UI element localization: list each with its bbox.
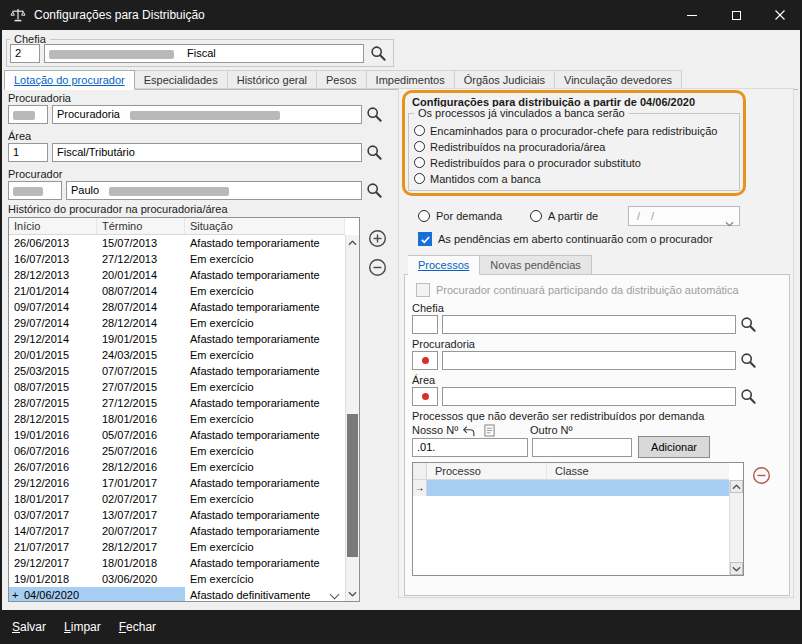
right-area-field[interactable] xyxy=(442,387,736,406)
close-button[interactable] xyxy=(758,0,802,30)
procurador-search-icon[interactable] xyxy=(366,182,383,199)
main-tab[interactable]: Pesos xyxy=(317,70,367,89)
history-row[interactable]: 26/07/2016 28/12/2016 Em exercício xyxy=(9,459,345,475)
right-area-search-icon[interactable] xyxy=(740,388,757,405)
process-table: Processo Classe → xyxy=(412,462,744,576)
footer-button[interactable]: Salvar xyxy=(12,620,46,634)
procurador-label: Procurador xyxy=(8,168,62,180)
right-procuradoria-search-icon[interactable] xyxy=(740,352,757,369)
radio-option[interactable]: Mantidos com a banca xyxy=(414,172,717,185)
current-row-arrow-icon: → xyxy=(413,480,427,496)
main-tab[interactable]: Lotação do procurador xyxy=(4,70,135,90)
area-name-field[interactable]: Fiscal/Tributário xyxy=(52,143,362,162)
area-search-icon[interactable] xyxy=(366,144,383,161)
remove-process-button[interactable] xyxy=(752,466,771,485)
main-tab[interactable]: Vinculação devedores xyxy=(555,70,682,89)
footer-button[interactable]: Fechar xyxy=(119,620,156,634)
start-date-combobox[interactable]: / / xyxy=(628,206,740,226)
procuradoria-code-field[interactable] xyxy=(8,105,48,124)
right-chefia-field[interactable] xyxy=(442,315,736,334)
history-row[interactable]: 20/01/2015 24/03/2015 Em exercício xyxy=(9,347,345,363)
history-row[interactable]: 26/06/2013 15/07/2013 Afastado temporari… xyxy=(9,235,345,251)
history-row[interactable]: 19/01/2018 03/06/2020 Em exercício xyxy=(9,571,345,587)
history-row[interactable]: 28/12/2013 20/01/2014 Afastado temporari… xyxy=(9,267,345,283)
history-row[interactable]: 04/06/2020 Afastado definitivamente xyxy=(9,587,345,601)
history-row[interactable]: 28/07/2015 27/12/2015 Afastado temporari… xyxy=(9,395,345,411)
sub-tab[interactable]: Novas pendências xyxy=(480,255,592,275)
history-row[interactable]: 21/01/2014 08/07/2014 Em exercício xyxy=(9,283,345,299)
por-demanda-radio[interactable]: Por demanda xyxy=(418,208,502,224)
chefia-search-icon[interactable] xyxy=(370,45,387,62)
chefia-code-field[interactable]: 2 xyxy=(10,44,40,63)
procuradoria-name-field[interactable]: Procuradoria xyxy=(52,105,362,124)
close-icon xyxy=(775,10,785,20)
maximize-button[interactable] xyxy=(714,0,758,30)
history-row[interactable]: 19/01/2016 05/07/2016 Afastado temporari… xyxy=(9,427,345,443)
chefia-name-field[interactable]: Fiscal xyxy=(44,44,364,63)
nosso-no-field[interactable]: .01. xyxy=(412,438,528,457)
pendencias-checkbox[interactable]: As pendências em aberto continuarão com … xyxy=(418,231,713,247)
maximize-icon xyxy=(732,11,741,20)
right-procuradoria-code-field[interactable] xyxy=(412,351,438,370)
outro-no-field[interactable] xyxy=(532,438,632,457)
required-dot-icon xyxy=(422,357,429,364)
process-scrollbar[interactable] xyxy=(729,480,743,575)
scroll-down-icon[interactable] xyxy=(730,562,743,575)
footer-button[interactable]: Limpar xyxy=(64,620,101,634)
history-row[interactable]: 06/07/2016 25/07/2016 Em exercício xyxy=(9,443,345,459)
history-row[interactable]: 25/03/2015 07/07/2015 Afastado temporari… xyxy=(9,363,345,379)
radio-option[interactable]: Redistribuídos na procuradoria/área xyxy=(414,140,717,153)
right-procuradoria-field[interactable] xyxy=(442,351,736,370)
undo-arrow-icon[interactable] xyxy=(462,424,476,437)
adicionar-button[interactable]: Adicionar xyxy=(638,436,710,458)
chevron-down-icon xyxy=(725,214,734,220)
column-header-processo[interactable]: Processo xyxy=(427,463,547,479)
column-header-situacao[interactable]: Situação xyxy=(185,218,345,234)
history-row[interactable]: 16/07/2013 27/12/2013 Em exercício xyxy=(9,251,345,267)
history-row[interactable]: 08/07/2015 27/07/2015 Em exercício xyxy=(9,379,345,395)
history-row[interactable]: 29/12/2014 19/01/2015 Afastado temporari… xyxy=(9,331,345,347)
history-row[interactable]: 21/07/2017 28/12/2017 Em exercício xyxy=(9,539,345,555)
radio-option[interactable]: Encaminhados para o procurador-chefe par… xyxy=(414,124,717,137)
banca-group-legend: Os processos já vinculados a banca serão xyxy=(414,107,629,119)
main-tab[interactable]: Impedimentos xyxy=(367,70,455,89)
add-history-row-button[interactable] xyxy=(368,229,387,248)
sub-tab[interactable]: Processos xyxy=(408,255,480,275)
right-area-label: Área xyxy=(412,374,435,386)
procuradoria-search-icon[interactable] xyxy=(366,106,383,123)
process-row[interactable]: → xyxy=(413,480,729,496)
history-row[interactable]: 03/07/2017 13/07/2017 Afastado temporari… xyxy=(9,507,345,523)
area-code-field[interactable]: 1 xyxy=(8,143,48,162)
right-chefia-code-field[interactable] xyxy=(412,315,438,334)
minimize-button[interactable] xyxy=(670,0,714,30)
a-partir-de-radio[interactable]: A partir de xyxy=(530,208,598,224)
titlebar: Configurações para Distribuição xyxy=(0,0,802,30)
right-area-code-field[interactable] xyxy=(412,387,438,406)
remove-history-row-button[interactable] xyxy=(368,258,387,277)
scroll-up-icon[interactable] xyxy=(346,236,359,249)
history-row[interactable]: 29/12/2016 17/01/2017 Afastado temporari… xyxy=(9,475,345,491)
scroll-up-icon[interactable] xyxy=(730,480,743,493)
column-header-classe[interactable]: Classe xyxy=(547,463,729,479)
history-scrollbar[interactable] xyxy=(345,235,359,601)
radio-option[interactable]: Redistribuídos para o procurador substit… xyxy=(414,156,717,169)
scrollbar-thumb[interactable] xyxy=(347,414,358,557)
history-row[interactable]: 28/12/2015 18/01/2016 Em exercício xyxy=(9,411,345,427)
date-value: / / xyxy=(637,210,658,222)
main-tab[interactable]: Especialidades xyxy=(135,70,228,89)
column-header-termino[interactable]: Término xyxy=(97,218,185,234)
scroll-down-icon[interactable] xyxy=(346,587,359,600)
history-row[interactable]: 18/01/2017 02/07/2017 Em exercício xyxy=(9,491,345,507)
main-tab[interactable]: Histórico geral xyxy=(228,70,317,89)
right-chefia-search-icon[interactable] xyxy=(740,316,757,333)
history-row[interactable]: 14/07/2017 20/07/2017 Afastado temporari… xyxy=(9,523,345,539)
column-header-inicio[interactable]: Início xyxy=(9,218,97,234)
document-icon[interactable] xyxy=(484,423,495,436)
main-tab[interactable]: Órgãos Judiciais xyxy=(455,70,555,89)
procurador-name-field[interactable]: Paulo xyxy=(66,181,362,200)
history-row[interactable]: 29/07/2014 28/12/2014 Em exercício xyxy=(9,315,345,331)
radio-icon xyxy=(530,210,542,222)
history-row[interactable]: 09/07/2014 28/07/2014 Afastado temporari… xyxy=(9,299,345,315)
history-row[interactable]: 29/12/2017 18/01/2018 Afastado temporari… xyxy=(9,555,345,571)
procurador-code-field[interactable] xyxy=(8,181,62,200)
